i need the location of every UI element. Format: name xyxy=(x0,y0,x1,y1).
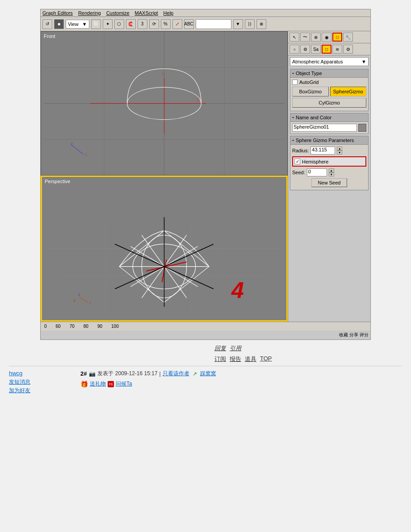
post-area: 回复 引用 订阅 报告 道具 TOP hwcg 发短消息 加为好友 2# 📷 发… xyxy=(0,340,411,403)
panel-icons-row2: ○ ⚙ Sa □ ≋ ⚙ xyxy=(288,43,370,55)
hemisphere-label: Hemisphere xyxy=(302,159,328,164)
tb-btn13[interactable]: ⊕ xyxy=(256,19,266,29)
reply-link[interactable]: 回复 xyxy=(214,344,226,352)
seed-label: Seed: xyxy=(292,170,305,175)
new-seed-btn[interactable]: New Seed xyxy=(311,178,347,187)
panel-dropdown-label: Atmospheric Apparatus xyxy=(292,59,343,64)
ruler-100: 100 xyxy=(111,324,119,329)
panel-icon-spacewarp[interactable]: ⚙ xyxy=(343,45,353,54)
seed-down[interactable]: ▼ xyxy=(329,172,334,176)
gizmo-btn-row2: CylGizmo xyxy=(292,98,366,108)
panel-icon-helper[interactable]: □ xyxy=(322,45,331,54)
top-link[interactable]: TOP xyxy=(260,355,272,363)
page-container: Graph Editors Rendering Customize MAXScr… xyxy=(0,9,411,403)
panel-icon-sphere[interactable]: ○ xyxy=(289,45,299,54)
tools-link[interactable]: 道具 xyxy=(245,355,256,363)
tb-btn11[interactable]: ▼ xyxy=(233,19,243,29)
panel-icon-hierarchy[interactable]: ⊕ xyxy=(311,33,321,42)
menu-item-rendering[interactable]: Rendering xyxy=(78,10,101,16)
view-dropdown-label: View xyxy=(68,21,79,27)
tb-btn7[interactable]: % xyxy=(161,19,171,29)
dropdown-arrow: ▼ xyxy=(82,21,87,27)
menu-bar: Graph Editors Rendering Customize MAXScr… xyxy=(41,9,370,17)
tb-btn12[interactable]: ⟩⟩ xyxy=(245,19,255,29)
gift-icon: 🎁 xyxy=(80,381,88,388)
tb-btn10[interactable] xyxy=(196,19,231,29)
undo-btn[interactable]: ↺ xyxy=(42,19,52,29)
view-dropdown[interactable]: View ▼ xyxy=(66,20,89,29)
panel-icon-cursor[interactable]: ↖ xyxy=(289,33,299,42)
hemisphere-checkbox[interactable]: ✓ xyxy=(294,159,300,164)
tb-btn4[interactable]: 🧲 xyxy=(126,19,136,29)
post-icon: 📷 xyxy=(88,370,96,377)
radius-label: Radius: xyxy=(292,148,309,153)
tb-btn9[interactable]: ABC xyxy=(184,19,194,29)
panel-icon-map[interactable]: Sa xyxy=(311,45,321,54)
panel-dropdown-arrow: ▼ xyxy=(361,59,366,64)
panel-dropdown[interactable]: Atmospheric Apparatus ▼ xyxy=(290,57,369,66)
tb-btn5[interactable]: 3 xyxy=(138,19,147,29)
separator: | xyxy=(159,371,161,377)
stalk-link[interactable]: 踩窝窝 xyxy=(200,370,216,377)
hemisphere-row: ✓ Hemisphere xyxy=(292,156,366,167)
panel-icon-motion[interactable]: ◉ xyxy=(322,33,331,42)
tb-btn2[interactable]: ✦ xyxy=(103,19,113,29)
object-type-section: - Object Type AutoGrid BoxGizmo SphereGi… xyxy=(290,69,369,111)
panel-icon-particle[interactable]: ≋ xyxy=(332,45,342,54)
report-link[interactable]: 报告 xyxy=(230,355,241,363)
user-name[interactable]: hwcg xyxy=(9,370,63,377)
menu-item-maxscript[interactable]: MAXScript xyxy=(135,10,158,16)
radius-down[interactable]: ▼ xyxy=(337,151,342,155)
name-input[interactable]: SphereGizmo01 xyxy=(292,124,357,132)
user-info: hwcg 发短消息 加为好友 xyxy=(9,370,63,395)
boxgizmo-btn[interactable]: BoxGizmo xyxy=(292,87,329,96)
sphere-params-header: - Sphere Gizmo Parameters xyxy=(290,136,368,145)
panel-icon-wave[interactable]: 〜 xyxy=(300,33,310,42)
tb-btn1[interactable]: ⬜ xyxy=(91,19,101,29)
add-friend-link[interactable]: 加为好友 xyxy=(9,387,63,394)
panel-icon-display[interactable]: □ xyxy=(332,33,342,42)
stalk-icon: ↗ xyxy=(191,370,198,377)
viewport-perspective[interactable]: Perspective xyxy=(41,176,288,322)
toolbar: ↺ ■ View ▼ ⬜ ✦ ⬡ 🧲 3 ⟳ % ⤢ ABC ▼ ⟩⟩ ⊕ xyxy=(41,17,370,31)
svg-line-12 xyxy=(71,145,83,155)
panel-icon-settings[interactable]: ⚙ xyxy=(300,45,310,54)
menu-item-graph[interactable]: Graph Editors xyxy=(42,10,73,16)
post-date-text: 发表于 2009-12-16 15:17 xyxy=(97,370,157,377)
panel-icon-utilities[interactable]: 🔧 xyxy=(343,33,353,42)
quote-link[interactable]: 引用 xyxy=(230,344,241,352)
cylgizmo-btn[interactable]: CylGizmo xyxy=(292,98,366,108)
menu-item-help[interactable]: Help xyxy=(164,10,174,16)
color-swatch[interactable] xyxy=(358,124,366,132)
radius-row: Radius: 43.115 ▲ ▼ xyxy=(292,147,366,155)
ruler-70: 70 xyxy=(70,324,75,329)
bottom-meta: hwcg 发短消息 加为好友 2# 📷 发表于 2009-12-16 15:17… xyxy=(9,366,402,399)
seed-input[interactable]: 0 xyxy=(307,168,327,176)
post-meta-row1: 2# 📷 发表于 2009-12-16 15:17 | 只看该作者 ↗ 踩窝窝 xyxy=(80,370,402,377)
sphere-params-section: - Sphere Gizmo Parameters Radius: 43.115… xyxy=(290,136,369,190)
name-color-section: - Name and Color SphereGizmo01 xyxy=(290,113,369,134)
radius-up[interactable]: ▲ xyxy=(337,147,342,151)
only-author-link[interactable]: 只看该作者 xyxy=(163,370,189,377)
tb-btn6[interactable]: ⟳ xyxy=(149,19,159,29)
viewports-and-panel: Front x z xyxy=(41,31,370,322)
tb-btn8[interactable]: ⤢ xyxy=(172,19,182,29)
viewport-front[interactable]: Front x z xyxy=(41,31,288,176)
front-grid: x z z x xyxy=(41,32,287,175)
send-message-link[interactable]: 发短消息 xyxy=(9,378,63,386)
menu-item-customize[interactable]: Customize xyxy=(106,10,130,16)
autogrid-checkbox[interactable] xyxy=(292,80,298,85)
spheregizmo-btn[interactable]: SphereGizmo xyxy=(330,87,367,96)
greet-link[interactable]: 问候Ta xyxy=(116,380,132,388)
tb-btn3[interactable]: ⬡ xyxy=(114,19,124,29)
svg-text:y: y xyxy=(74,298,76,302)
subscribe-link[interactable]: 订阅 xyxy=(214,355,226,363)
gift-link[interactable]: 送礼物 xyxy=(90,380,106,388)
seed-up[interactable]: ▲ xyxy=(329,168,334,172)
greet-icon-box: Hi xyxy=(108,381,114,387)
ruler-60: 60 xyxy=(56,324,61,329)
radius-input[interactable]: 43.115 xyxy=(310,147,335,155)
select-btn[interactable]: ■ xyxy=(54,19,64,29)
max-ui: Graph Editors Rendering Customize MAXScr… xyxy=(40,9,371,340)
object-type-header: - Object Type xyxy=(290,69,368,78)
